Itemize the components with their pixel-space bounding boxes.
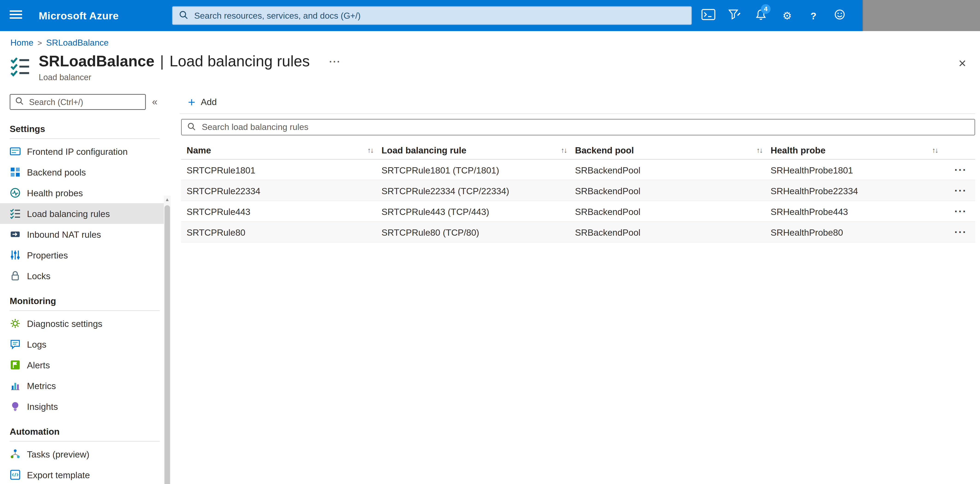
cell-name: SRTCPRule443 [181, 206, 382, 217]
sidebar-section-settings: Settings [10, 124, 160, 139]
sidebar-item-label: Load balancing rules [27, 209, 110, 219]
insights-icon [10, 401, 21, 412]
column-label: Name [186, 145, 211, 155]
column-header-name[interactable]: Name ↑↓ [181, 141, 382, 159]
notifications-button[interactable]: 4 [748, 0, 774, 31]
sidebar-scrollbar-thumb[interactable] [164, 205, 170, 484]
sidebar: « Settings Frontend IP configuration Bac… [0, 91, 171, 484]
sidebar-item-health-probes[interactable]: Health probes [0, 182, 164, 203]
table-row[interactable]: SRTCPRule443 SRTCPRule443 (TCP/443) SRBa… [181, 201, 975, 222]
sidebar-item-label: Metrics [27, 381, 56, 391]
cell-health-probe: SRHealthProbe22334 [771, 186, 946, 196]
global-search-box[interactable] [172, 6, 692, 25]
sidebar-item-insights[interactable]: Insights [0, 396, 164, 417]
sort-icon: ↑↓ [561, 146, 567, 154]
search-icon [15, 97, 24, 107]
global-search-input[interactable] [193, 10, 685, 21]
table-row[interactable]: SRTCPRule80 SRTCPRule80 (TCP/80) SRBacke… [181, 222, 975, 243]
logs-icon [10, 339, 21, 350]
azure-brand-home-link[interactable]: Microsoft Azure [39, 0, 119, 31]
row-context-menu-button[interactable]: ··· [946, 222, 975, 243]
cell-health-probe: SRHealthProbe80 [771, 227, 946, 237]
cell-rule: SRTCPRule1801 (TCP/1801) [382, 165, 575, 175]
filter-funnel-icon [729, 9, 741, 22]
sidebar-item-label: Frontend IP configuration [27, 146, 127, 157]
sidebar-item-label: Backend pools [27, 167, 86, 177]
rules-search-input[interactable] [200, 122, 969, 133]
sidebar-item-tasks-preview[interactable]: Tasks (preview) [0, 444, 164, 465]
top-bar-icons: 4 ⚙ ? [695, 0, 853, 31]
page-title-view-name: Load balancing rules [170, 53, 310, 70]
hamburger-menu-button[interactable] [0, 0, 32, 31]
properties-icon [10, 250, 21, 261]
search-icon [179, 10, 188, 21]
column-header-load-balancing-rule[interactable]: Load balancing rule ↑↓ [382, 141, 575, 159]
rules-search-box[interactable] [181, 119, 975, 135]
table-row[interactable]: SRTCPRule22334 SRTCPRule22334 (TCP/22334… [181, 180, 975, 201]
column-label: Load balancing rule [382, 145, 466, 155]
sort-icon: ↑↓ [932, 146, 938, 154]
row-context-menu-button[interactable]: ··· [946, 160, 975, 180]
sidebar-item-frontend-ip-configuration[interactable]: Frontend IP configuration [0, 141, 164, 162]
sidebar-item-label: Locks [27, 271, 51, 281]
sidebar-item-label: Health probes [27, 188, 83, 198]
column-label: Health probe [771, 145, 826, 155]
feedback-button[interactable] [827, 0, 853, 31]
plus-icon: + [188, 96, 196, 108]
cloud-shell-button[interactable] [695, 0, 722, 31]
cell-name: SRTCPRule1801 [181, 165, 382, 175]
sidebar-item-metrics[interactable]: Metrics [0, 375, 164, 396]
sidebar-section-monitoring: Monitoring [10, 296, 160, 311]
add-button-label: Add [201, 97, 217, 107]
sidebar-item-properties[interactable]: Properties [0, 245, 164, 265]
top-bar: Microsoft Azure 4 [0, 0, 980, 31]
sidebar-item-label: Inbound NAT rules [27, 229, 101, 240]
page-title-resource-name: SRLoadBalance [39, 53, 154, 70]
sidebar-search-input[interactable] [28, 97, 140, 108]
add-rule-button[interactable]: + Add [188, 96, 217, 108]
row-context-menu-button[interactable]: ··· [946, 180, 975, 201]
page-header: SRLoadBalance | Load balancing rules ···… [10, 53, 939, 82]
breadcrumb-home-link[interactable]: Home [10, 38, 33, 48]
sidebar-item-diagnostic-settings[interactable]: Diagnostic settings [0, 313, 164, 334]
sidebar-item-alerts[interactable]: Alerts [0, 355, 164, 375]
table-row[interactable]: SRTCPRule1801 SRTCPRule1801 (TCP/1801) S… [181, 160, 975, 180]
row-context-menu-button[interactable]: ··· [946, 201, 975, 222]
sidebar-item-locks[interactable]: Locks [0, 265, 164, 286]
sidebar-item-export-template[interactable]: Export template [0, 465, 164, 484]
directory-filter-button[interactable] [722, 0, 748, 31]
sidebar-item-load-balancing-rules[interactable]: Load balancing rules [0, 203, 164, 224]
sidebar-search-box[interactable] [10, 94, 146, 110]
breadcrumb-current-link[interactable]: SRLoadBalance [46, 38, 108, 48]
smiley-icon [834, 9, 845, 22]
column-header-health-probe[interactable]: Health probe ↑↓ [771, 141, 946, 159]
sidebar-item-inbound-nat-rules[interactable]: Inbound NAT rules [0, 224, 164, 245]
sidebar-item-logs[interactable]: Logs [0, 334, 164, 355]
resource-type-label: Load balancer [39, 73, 341, 82]
sidebar-section-automation: Automation [10, 427, 160, 442]
command-bar: + Add [180, 91, 975, 114]
notification-count-badge: 4 [761, 4, 771, 14]
cell-backend-pool: SRBackendPool [575, 206, 771, 217]
health-probes-icon [10, 187, 21, 198]
scrollbar-up-arrow[interactable]: ▲ [164, 196, 171, 204]
column-header-backend-pool[interactable]: Backend pool ↑↓ [575, 141, 771, 159]
cell-health-probe: SRHealthProbe1801 [771, 165, 946, 175]
close-blade-button[interactable]: × [959, 57, 966, 70]
sidebar-item-label: Export template [27, 470, 90, 480]
sidebar-scrollbar[interactable]: ▲ [164, 196, 171, 484]
search-icon [187, 122, 196, 132]
tasks-icon [10, 449, 21, 460]
cell-rule: SRTCPRule22334 (TCP/22334) [382, 186, 575, 196]
settings-button[interactable]: ⚙ [774, 0, 800, 31]
load-balancer-resource-icon [10, 56, 30, 77]
sidebar-item-backend-pools[interactable]: Backend pools [0, 162, 164, 182]
page-more-menu-button[interactable]: ··· [329, 56, 341, 67]
inbound-nat-rules-icon [10, 229, 21, 240]
hamburger-icon [10, 10, 22, 21]
cell-rule: SRTCPRule443 (TCP/443) [382, 206, 575, 217]
cell-backend-pool: SRBackendPool [575, 186, 771, 196]
help-button[interactable]: ? [800, 0, 827, 31]
locks-icon [10, 270, 21, 281]
sidebar-collapse-button[interactable]: « [152, 96, 158, 107]
